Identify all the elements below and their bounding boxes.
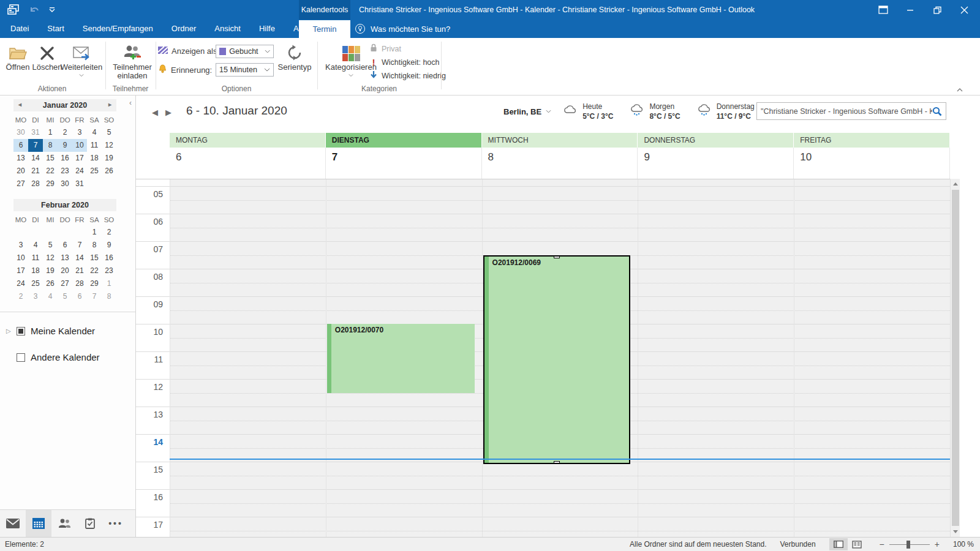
scrollbar-thumb[interactable] bbox=[952, 190, 959, 526]
mini-cal-day[interactable]: 2 bbox=[13, 290, 28, 303]
delete-button[interactable]: Löschen bbox=[33, 40, 61, 72]
mini-cal-day[interactable]: 1 bbox=[43, 126, 58, 139]
date-number[interactable]: 9 bbox=[638, 148, 794, 179]
close-button[interactable] bbox=[951, 0, 978, 20]
calendar-event[interactable]: O201912/0069 bbox=[483, 255, 631, 464]
mini-cal-day[interactable]: 22 bbox=[43, 165, 58, 178]
mini-cal-day[interactable]: 4 bbox=[28, 239, 43, 252]
resize-handle-bottom[interactable] bbox=[554, 461, 560, 464]
mini-cal-day[interactable]: 2 bbox=[102, 226, 116, 239]
vertical-scrollbar[interactable] bbox=[950, 179, 960, 537]
resize-handle-top[interactable] bbox=[554, 255, 560, 258]
zoom-level[interactable]: 100 % bbox=[953, 540, 974, 549]
tab-hilfe[interactable]: Hilfe bbox=[250, 20, 284, 38]
mini-cal-day[interactable]: 5 bbox=[43, 239, 58, 252]
calendar-event[interactable]: O201912/0070 bbox=[327, 324, 475, 393]
normal-view-button[interactable] bbox=[829, 538, 848, 550]
search-input[interactable] bbox=[761, 107, 932, 116]
tab-datei[interactable]: Datei bbox=[1, 20, 38, 38]
mini-cal-day[interactable]: 27 bbox=[58, 277, 72, 290]
mini-cal-day[interactable]: 17 bbox=[72, 152, 87, 165]
collapse-pane-icon[interactable]: ‹ bbox=[129, 99, 132, 107]
mini-cal-day[interactable]: 9 bbox=[102, 239, 116, 252]
mini-cal-day[interactable]: 25 bbox=[28, 277, 43, 290]
customize-qat-icon[interactable] bbox=[49, 7, 55, 13]
previous-week-button[interactable]: ◀ bbox=[152, 108, 165, 117]
date-number[interactable]: 6 bbox=[170, 148, 326, 179]
scroll-up-icon[interactable] bbox=[951, 179, 960, 189]
day-header-freitag[interactable]: FREITAG bbox=[794, 133, 950, 148]
mini-cal-day[interactable]: 12 bbox=[43, 252, 58, 264]
tab-start[interactable]: Start bbox=[38, 20, 73, 38]
mini-cal-day[interactable]: 2 bbox=[58, 126, 72, 139]
forward-dropdown-icon[interactable] bbox=[79, 73, 84, 78]
mini-cal-day[interactable]: 8 bbox=[43, 139, 58, 152]
mini-cal-day[interactable]: 26 bbox=[43, 277, 58, 290]
weather-city[interactable]: Berlin, BE bbox=[503, 107, 551, 116]
reminder-combobox[interactable]: 15 Minuten bbox=[216, 63, 274, 77]
zoom-in-button[interactable]: + bbox=[935, 539, 940, 549]
nav-mail-button[interactable] bbox=[0, 510, 26, 537]
mini-cal-day[interactable]: 19 bbox=[102, 152, 116, 165]
mini-cal-day[interactable]: 28 bbox=[28, 178, 43, 190]
mini-cal-day[interactable]: 3 bbox=[28, 290, 43, 303]
nav-people-button[interactable] bbox=[51, 510, 77, 537]
zoom-slider[interactable] bbox=[889, 544, 930, 545]
reading-view-button[interactable] bbox=[848, 538, 866, 550]
mini-cal-day[interactable]: 14 bbox=[28, 152, 43, 165]
mini-cal-day[interactable]: 8 bbox=[102, 290, 116, 303]
mini-cal-day[interactable]: 22 bbox=[87, 264, 102, 277]
collapse-ribbon-icon[interactable] bbox=[957, 84, 963, 94]
mini-cal-day[interactable]: 1 bbox=[87, 226, 102, 239]
day-header-dienstag[interactable]: DIENSTAG bbox=[326, 133, 482, 148]
my-calendars-group[interactable]: ▷ Meine Kalender bbox=[6, 326, 135, 336]
mini-cal-day[interactable]: 13 bbox=[58, 252, 72, 264]
forward-button[interactable]: Weiterleiten bbox=[62, 40, 100, 78]
next-week-button[interactable]: ▶ bbox=[165, 108, 179, 117]
mini-cal-day[interactable]: 18 bbox=[87, 152, 102, 165]
zoom-out-button[interactable]: − bbox=[880, 539, 884, 549]
nav-more-button[interactable]: ••• bbox=[103, 510, 129, 537]
importance-high-button[interactable]: ! Wichtigkeit: hoch bbox=[370, 57, 439, 67]
date-number[interactable]: 7 bbox=[326, 148, 482, 179]
mini-cal-day[interactable]: 7 bbox=[72, 239, 87, 252]
mini-cal-day[interactable]: 31 bbox=[28, 126, 43, 139]
tell-me-box[interactable]: Was möchten Sie tun? bbox=[355, 20, 450, 38]
minimize-button[interactable] bbox=[897, 0, 924, 20]
zoom-slider-thumb[interactable] bbox=[907, 541, 910, 549]
invite-attendees-button[interactable]: Teilnehmer einladen bbox=[110, 40, 154, 80]
mini-cal-day[interactable]: 23 bbox=[58, 165, 72, 178]
mini-cal-day[interactable]: 3 bbox=[13, 239, 28, 252]
context-tab-kalendertools[interactable]: Kalendertools bbox=[299, 0, 350, 20]
mini-cal-day[interactable]: 31 bbox=[72, 178, 87, 190]
mini-cal-day[interactable]: 11 bbox=[87, 139, 102, 152]
other-calendars-checkbox[interactable] bbox=[17, 353, 25, 362]
recurrence-button[interactable]: Serientyp bbox=[277, 40, 312, 72]
expander-icon[interactable]: ▷ bbox=[6, 328, 11, 334]
mini-cal-day[interactable]: 17 bbox=[13, 264, 28, 277]
mini-cal-day[interactable]: 29 bbox=[87, 277, 102, 290]
undo-icon[interactable] bbox=[29, 6, 39, 14]
mini-cal-day[interactable]: 28 bbox=[72, 277, 87, 290]
ribbon-display-options-button[interactable] bbox=[870, 0, 897, 20]
mini-cal-day[interactable]: 19 bbox=[43, 264, 58, 277]
mini-cal-day[interactable]: 20 bbox=[13, 165, 28, 178]
tab-ansicht[interactable]: Ansicht bbox=[205, 20, 250, 38]
other-calendars-group[interactable]: Andere Kalender bbox=[17, 352, 135, 362]
mini-cal-day[interactable]: 26 bbox=[102, 165, 116, 178]
mini-cal-day[interactable]: 23 bbox=[102, 264, 116, 277]
mini-cal-day[interactable]: 12 bbox=[102, 139, 116, 152]
mini-cal-day[interactable]: 21 bbox=[28, 165, 43, 178]
day-header-montag[interactable]: MONTAG bbox=[170, 133, 326, 148]
mini-cal-day[interactable]: 10 bbox=[13, 252, 28, 264]
mini-cal-day[interactable]: 9 bbox=[58, 139, 72, 152]
mini-cal-day[interactable]: 16 bbox=[58, 152, 72, 165]
categorize-dropdown-icon[interactable] bbox=[349, 73, 353, 78]
mini-cal-day[interactable]: 11 bbox=[28, 252, 43, 264]
weather-forecast[interactable]: Heute5°C / 3°C bbox=[562, 102, 613, 121]
send-receive-icon[interactable] bbox=[7, 4, 20, 15]
date-number[interactable]: 8 bbox=[482, 148, 638, 179]
mini-cal-day[interactable]: 5 bbox=[58, 290, 72, 303]
mini-cal-day[interactable]: 14 bbox=[72, 252, 87, 264]
calendar-grid[interactable]: 05060708091011121314151617O201912/0070O2… bbox=[136, 179, 950, 537]
